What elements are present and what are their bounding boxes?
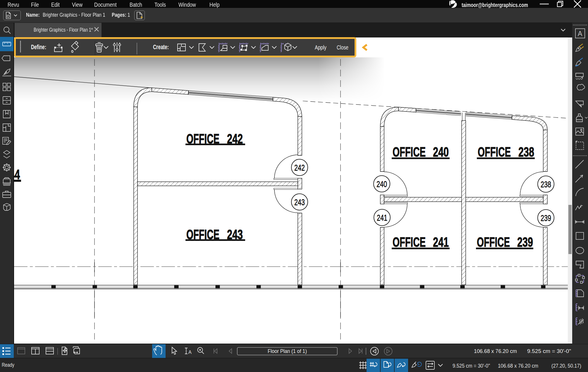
svg-text:Close: Close — [337, 44, 348, 51]
svg-text:240: 240 — [433, 144, 449, 160]
svg-text:238: 238 — [541, 179, 551, 189]
svg-text:OFFICE: OFFICE — [393, 144, 426, 160]
svg-text:240: 240 — [376, 179, 387, 189]
svg-text:OFFICE: OFFICE — [478, 144, 511, 160]
svg-text:Ready: Ready — [2, 362, 14, 368]
svg-text:241: 241 — [377, 213, 387, 222]
svg-text:242: 242 — [294, 163, 305, 172]
svg-text:239: 239 — [517, 234, 533, 250]
svg-text:243: 243 — [294, 197, 305, 207]
svg-text:9.525 cm = 30'-0": 9.525 cm = 30'-0" — [453, 363, 490, 369]
svg-text:106.68 x 76.20 cm: 106.68 x 76.20 cm — [474, 348, 517, 354]
svg-text:241: 241 — [433, 234, 449, 250]
svg-text:A: A — [578, 30, 582, 37]
svg-text:238: 238 — [518, 144, 534, 160]
svg-text:9.525 cm = 30'-0": 9.525 cm = 30'-0" — [527, 348, 571, 354]
svg-text:A: A — [188, 350, 192, 355]
svg-text:Apply: Apply — [315, 44, 326, 51]
svg-text:Floor Plan (1 of 1): Floor Plan (1 of 1) — [268, 348, 307, 354]
svg-text:106.68 x 76.20 cm: 106.68 x 76.20 cm — [498, 363, 538, 369]
svg-text:239: 239 — [541, 213, 551, 223]
svg-text:OFFICE: OFFICE — [393, 234, 426, 250]
svg-text:OFFICE: OFFICE — [477, 234, 510, 250]
svg-text:(27.20, 50.17): (27.20, 50.17) — [551, 363, 581, 369]
svg-text:Define:: Define: — [31, 43, 46, 51]
svg-text:Create:: Create: — [153, 43, 169, 51]
